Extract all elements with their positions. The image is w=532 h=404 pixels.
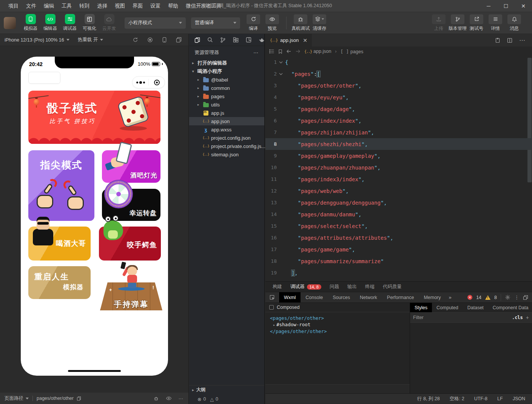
panel-tab-5[interactable]: 代码质量	[379, 282, 405, 292]
maximize-button[interactable]: ☐	[497, 0, 515, 12]
status-item-1[interactable]: 空格: 2	[450, 396, 464, 402]
mode-select[interactable]: 小程序模式	[125, 17, 186, 29]
code-line-10[interactable]: 10 "pages/zhuanpan/zhuanpan",	[265, 162, 532, 173]
restart-icon[interactable]	[133, 37, 138, 43]
code-line-12[interactable]: 12 "pages/web/web",	[265, 185, 532, 197]
file-item-sitemap.json[interactable]: {..} sitemap.json	[189, 150, 264, 159]
menu-item-7[interactable]: 界面	[129, 0, 146, 12]
testid-button[interactable]: 测试号	[467, 14, 486, 32]
more-icon[interactable]: ⋯	[253, 50, 259, 56]
more-icon[interactable]: ⋯	[519, 37, 526, 44]
copy-icon[interactable]	[77, 396, 81, 401]
status-item-4[interactable]: JSON	[513, 396, 525, 401]
panel-tab-4[interactable]: 终端	[362, 282, 378, 292]
code-line-3[interactable]: 3 "pages/other/other",	[265, 80, 532, 91]
file-item-app.wxss[interactable]: ʒ app.wxss	[189, 125, 264, 134]
menu-item-5[interactable]: 选择	[93, 0, 111, 12]
card-restart-life[interactable]: 重启人生 模拟器	[28, 266, 91, 299]
more-menu-button[interactable]	[133, 81, 148, 84]
preview-button[interactable]: 预览	[263, 14, 282, 32]
code-line-4[interactable]: 4 "pages/eyu/eyu",	[265, 91, 532, 103]
tab-app-json[interactable]: {..} app.json ✕	[265, 34, 312, 46]
cloud-toggle-button[interactable]: 云开发	[100, 14, 119, 32]
files-icon[interactable]	[194, 37, 200, 43]
file-item-common[interactable]: ▸ common	[189, 84, 264, 92]
version-button[interactable]: 版本管理	[448, 14, 467, 32]
search-icon[interactable]	[207, 37, 213, 43]
code-line-19[interactable]: 19 ],	[265, 267, 532, 279]
filter-input[interactable]: Filter	[413, 315, 509, 320]
fold-icon[interactable]	[277, 61, 285, 64]
simulator-toggle-button[interactable]: 模拟器	[21, 14, 40, 32]
code-line-13[interactable]: 13 "pages/dengguang/dengguang",	[265, 197, 532, 208]
device-frame-icon[interactable]	[162, 37, 167, 43]
code-line-17[interactable]: 17 "pages/game/game",	[265, 244, 532, 255]
teapot-icon[interactable]	[259, 37, 265, 43]
status-item-3[interactable]: LF	[497, 396, 503, 401]
devtools-warning-count[interactable]: 8	[494, 295, 497, 300]
inspect-element-icon[interactable]	[265, 292, 279, 302]
card-dice-mode[interactable]: 骰子模式 比手气 拼技巧	[28, 91, 160, 144]
code-line-5[interactable]: 5 "pages/dage/dage",	[265, 103, 532, 115]
code-line-1[interactable]: 1{	[265, 56, 532, 68]
hot-reload-toggle[interactable]: 热重载 开	[69, 37, 103, 43]
devtools-tab-network[interactable]: Network	[355, 292, 382, 302]
file-item-project.config.json[interactable]: {..} project.config.json	[189, 134, 264, 142]
menu-item-6[interactable]: 视图	[111, 0, 129, 12]
devtools-tab-performance[interactable]: Performance	[382, 292, 419, 302]
more-tabs-icon[interactable]: »	[446, 295, 455, 300]
styles-tab-component-data[interactable]: Component Data	[488, 303, 532, 312]
code-line-2[interactable]: 2 "pages": [	[265, 68, 532, 80]
close-icon[interactable]: ✕	[303, 37, 307, 43]
menu-item-1[interactable]: 文件	[22, 0, 40, 12]
back-icon[interactable]	[286, 49, 291, 54]
vconsole-icon[interactable]	[153, 396, 159, 401]
card-crocodile[interactable]: 咬手鳄鱼	[99, 227, 161, 261]
styles-tab-styles[interactable]: Styles	[410, 303, 432, 312]
snippet-icon[interactable]	[246, 37, 251, 43]
code-line-11[interactable]: 11 "pages/index3/index",	[265, 173, 532, 185]
styles-tab-dataset[interactable]: Dataset	[463, 303, 488, 312]
outline-list-icon[interactable]	[269, 49, 274, 54]
styles-tab-computed[interactable]: Computed	[432, 303, 463, 312]
project-root[interactable]: ▾ 喝酒小程序	[189, 67, 264, 76]
user-avatar[interactable]	[4, 17, 16, 29]
split-editor-icon[interactable]	[507, 38, 512, 43]
upload-button[interactable]: 上传	[429, 14, 448, 32]
messages-button[interactable]: 消息	[505, 14, 524, 32]
editor-toggle-button[interactable]: 编辑器	[41, 14, 60, 32]
panel-tab-0[interactable]: 构建	[269, 282, 285, 292]
cls-toggle[interactable]: .cls	[512, 315, 523, 320]
code-editor[interactable]: 1{2 "pages": [3 "pages/other/other",4 "p…	[265, 56, 532, 281]
composed-checkbox[interactable]	[269, 305, 274, 310]
menu-item-4[interactable]: 转到	[76, 0, 93, 12]
code-line-16[interactable]: 16 "pages/attributes/attributes",	[265, 232, 532, 244]
menu-item-0[interactable]: 项目	[5, 0, 22, 12]
card-bar-light[interactable]: 酒吧灯光	[102, 150, 160, 183]
bookmark-icon[interactable]	[278, 49, 282, 54]
clear-cache-button[interactable]: 清缓存	[310, 14, 329, 32]
details-button[interactable]: 详情	[486, 14, 505, 32]
wxml-node[interactable]: <pages/other/other>	[270, 315, 410, 321]
open-changes-icon[interactable]	[495, 37, 500, 43]
kebab-menu-icon[interactable]: ⋮	[514, 295, 519, 300]
menu-item-9[interactable]: 帮助	[164, 0, 182, 12]
card-handheld-danmu[interactable]: + ! 手持弹幕	[100, 264, 162, 310]
devtools-tab-wxml[interactable]: Wxml	[279, 292, 301, 302]
file-item-utils[interactable]: ▸ utils	[189, 100, 264, 109]
fold-icon[interactable]	[277, 72, 285, 76]
breadcrumb-file[interactable]: {..}app.json	[304, 49, 331, 54]
wxml-node[interactable]: </pages/other/other>	[270, 328, 410, 335]
panel-tab-3[interactable]: 输出	[344, 282, 360, 292]
record-icon[interactable]	[147, 37, 153, 43]
add-rule-icon[interactable]: +	[526, 315, 529, 321]
file-item-pages[interactable]: ▸ pages	[189, 92, 264, 100]
status-item-2[interactable]: UTF-8	[474, 396, 487, 401]
page-path-label[interactable]: 页面路径	[5, 395, 23, 402]
minimize-button[interactable]: ─	[480, 0, 497, 12]
device-select[interactable]: iPhone 12/13 (Pro) 100% 16	[0, 37, 69, 43]
devtools-error-count[interactable]: 14	[476, 295, 481, 300]
forward-icon[interactable]	[295, 49, 301, 54]
remote-debug-button[interactable]: 真机调试	[291, 14, 310, 32]
file-item-@babel[interactable]: ▸ @babel	[189, 76, 264, 84]
